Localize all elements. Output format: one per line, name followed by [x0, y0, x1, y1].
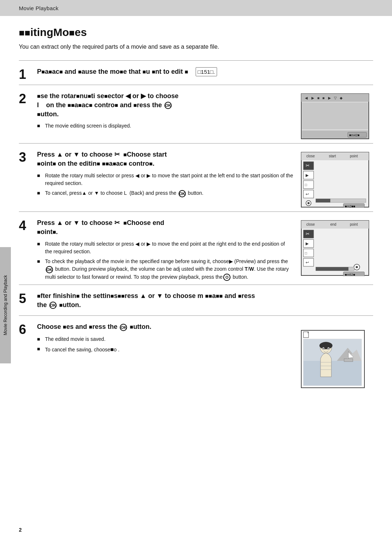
step-2-main: ■se the rotar■nu■ti se■ector ◀ or ▶ to c…: [37, 92, 293, 119]
svg-point-72: [328, 348, 329, 349]
step-4-bullet-2: ■ To check the playback of the movie in …: [37, 258, 293, 281]
svg-text:■m42■: ■m42■: [349, 133, 359, 137]
svg-text:▽: ▽: [334, 96, 337, 100]
step-6-bullet-2-text: To cancel the saving, choose■o .: [45, 345, 119, 354]
svg-text:□: □: [305, 251, 307, 255]
svg-text:■m2■■: ■m2■■: [345, 205, 355, 208]
svg-point-27: [307, 202, 310, 204]
step-3-bullet-1-text: Rotate the rotary multi selector or pres…: [45, 172, 293, 187]
page-number: 2: [19, 527, 22, 533]
svg-rect-20: [303, 171, 314, 179]
svg-text:■: ■: [322, 96, 324, 100]
svg-text:◀: ◀: [305, 96, 308, 100]
bullet-char-7: ■: [37, 345, 44, 353]
svg-text:↩: ↩: [306, 260, 309, 265]
step-3-number: 3: [19, 151, 37, 164]
step-6-screen: [301, 330, 373, 388]
main-content: ■■itingMo■es You can extract only the re…: [0, 16, 392, 407]
top-band: Movie Playback: [0, 0, 392, 16]
svg-text:point: point: [350, 154, 358, 158]
svg-point-71: [323, 348, 324, 349]
bullet-char-3: ■: [37, 189, 44, 197]
svg-point-46: [356, 266, 358, 268]
top-band-label: Movie Playback: [19, 5, 58, 11]
step-3-bullet-2: ■ To cancel, press▲ or ▼ to choose L (Ba…: [37, 189, 293, 197]
svg-rect-58: [303, 361, 362, 386]
step-2-number: 2: [19, 92, 37, 105]
step-4-body: Press ▲ or ▼ to choose ✂ ■Choose end ■oi…: [37, 218, 293, 281]
bullet-char-1: ■: [37, 122, 44, 130]
screen-1-svg: ◀ ▶ ■ ■ ▶ ▽ ◆ ■m42■: [301, 93, 369, 140]
svg-text:▶: ▶: [311, 96, 314, 100]
step-3-body: Press ▲ or ▼ to choose ✂ ■Choose start ■…: [37, 150, 293, 197]
step-3-bullet-2-text: To cancel, press▲ or ▼ to choose L (Back…: [45, 189, 203, 197]
step-3-row: 3 Press ▲ or ▼ to choose ✂ ■Choose start…: [19, 143, 373, 211]
step-4-main: Press ▲ or ▼ to choose ✂ ■Choose end ■oi…: [37, 218, 293, 237]
screen-4-svg: [301, 330, 365, 388]
step-3-bullet-1: ■ Rotate the rotary multi selector or pr…: [37, 172, 293, 187]
step-4-bullet-1: ■ Rotate the rotary multi selector or pr…: [37, 240, 293, 255]
step-1-number: 1: [19, 68, 37, 81]
svg-text:end: end: [330, 222, 336, 226]
step-2-sub: ■ The movie editing screen is displayed.: [37, 122, 293, 130]
step-5-number: 5: [19, 292, 37, 305]
step-6-row: 6 Choose ■es and ■ress the OK ■utton. ■ …: [19, 315, 373, 392]
svg-text:✂: ✂: [306, 231, 310, 237]
step-4-bullet-2-text: To check the playback of the movie in th…: [45, 258, 293, 281]
step-4-bullet-1-text: Rotate the rotary multi selector or pres…: [45, 240, 293, 255]
bullet-char-6: ■: [37, 335, 44, 343]
step-2-row: 2 ■se the rotar■nu■ti se■ector ◀ or ▶ to…: [19, 85, 373, 143]
svg-rect-39: [303, 239, 314, 247]
svg-text:▶: ▶: [328, 96, 331, 100]
intro-text: You can extract only the required parts …: [19, 44, 373, 50]
svg-text:point: point: [350, 222, 358, 226]
svg-text:■: ■: [317, 96, 319, 100]
step-4-row: 4 Press ▲ or ▼ to choose ✂ ■Choose end ■…: [19, 211, 373, 285]
bullet-char-2: ■: [37, 172, 44, 180]
svg-rect-9: [302, 102, 368, 129]
svg-text:▶: ▶: [306, 173, 309, 177]
svg-text:■m52■: ■m52■: [345, 273, 355, 276]
step-3-main: Press ▲ or ▼ to choose ✂ ■Choose start ■…: [37, 150, 293, 168]
step-4-screen: close end point ✂ ▶ □ ↩: [301, 220, 373, 276]
step-4-number: 4: [19, 219, 37, 232]
bullet-char-5: ■: [37, 258, 44, 265]
step-1-body: P■a■ac■ and ■ause the mo■e that ■u ■nt t…: [37, 67, 373, 78]
svg-text:↩: ↩: [306, 192, 309, 196]
step-2-screen: ◀ ▶ ■ ■ ▶ ▽ ◆ ■m42■: [301, 93, 373, 140]
step-6-number: 6: [19, 323, 37, 336]
step-6-bullet-1: ■ The edited movie is saved.: [37, 335, 293, 343]
step-1-main: P■a■ac■ and ■ause the mo■e that ■u ■nt t…: [37, 67, 373, 76]
step-2-body: ■se the rotar■nu■ti se■ector ◀ or ▶ to c…: [37, 92, 293, 130]
svg-text:✂: ✂: [306, 163, 310, 168]
svg-text:close: close: [306, 222, 315, 226]
step-5-main: ■fter finishin■ the settin■s■■ress ▲ or …: [37, 291, 373, 310]
svg-rect-61: [344, 359, 353, 362]
step-5-row: 5 ■fter finishin■ the settin■s■■ress ▲ o…: [19, 285, 373, 315]
svg-text:□: □: [305, 183, 307, 187]
page-wrapper: Movie Playback Movie Recording and Playb…: [0, 0, 392, 540]
step-6-main: Choose ■es and ■ress the OK ■utton.: [37, 322, 293, 331]
svg-text:start: start: [329, 154, 336, 158]
screen-3-svg: close end point ✂ ▶ □ ↩: [301, 220, 369, 276]
step-6-bullet-1-text: The edited movie is saved.: [45, 335, 106, 343]
svg-point-65: [319, 342, 332, 349]
step-3-screen: close start point ✂ ▶ □ ↩: [301, 152, 373, 208]
step-6-body: Choose ■es and ■ress the OK ■utton. ■ Th…: [37, 322, 293, 354]
screen-2-svg: close start point ✂ ▶ □ ↩: [301, 152, 369, 208]
side-tab: Movie Recording and Playback: [0, 247, 11, 363]
svg-text:◆: ◆: [340, 96, 343, 100]
step-6-bullet-2: ■ To cancel the saving, choose■o .: [37, 345, 293, 354]
step-2-sub-text: The movie editing screen is displayed.: [45, 122, 131, 130]
page-title: ■■itingMo■es: [19, 26, 373, 39]
step-5-body: ■fter finishin■ the settin■s■■ress ▲ or …: [37, 291, 373, 312]
svg-text:▶: ▶: [306, 241, 309, 246]
svg-text:close: close: [306, 154, 315, 158]
bullet-char-4: ■: [37, 240, 44, 248]
svg-rect-29: [316, 199, 330, 202]
step-1-row: 1 P■a■ac■ and ■ause the mo■e that ■u ■nt…: [19, 60, 373, 85]
side-tab-label: Movie Recording and Playback: [3, 275, 8, 335]
svg-rect-48: [316, 267, 348, 271]
